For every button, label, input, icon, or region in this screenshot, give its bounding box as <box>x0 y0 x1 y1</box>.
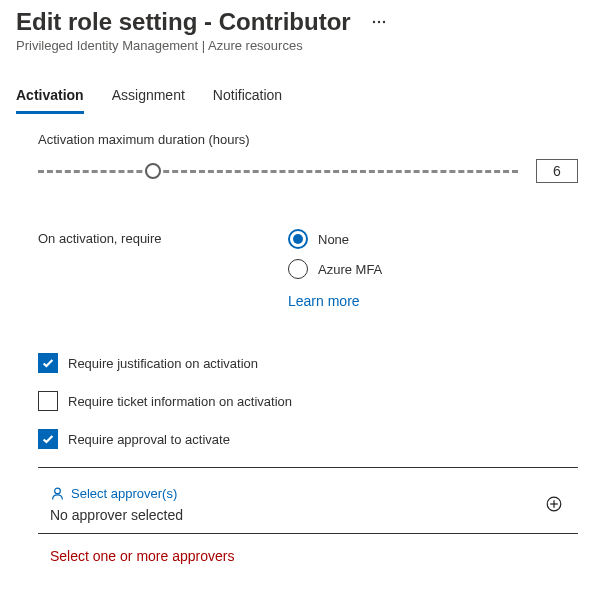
checkbox-require-justification[interactable] <box>38 353 58 373</box>
divider <box>38 533 578 534</box>
more-icon[interactable] <box>367 10 391 34</box>
tab-notification[interactable]: Notification <box>213 81 282 114</box>
tab-activation[interactable]: Activation <box>16 81 84 114</box>
tab-assignment[interactable]: Assignment <box>112 81 185 114</box>
page-title: Edit role setting - Contributor <box>16 8 351 36</box>
svg-point-2 <box>382 21 384 23</box>
select-approvers-label: Select approver(s) <box>71 486 177 501</box>
radio-icon-unselected <box>288 259 308 279</box>
radio-none-label: None <box>318 232 349 247</box>
svg-point-0 <box>372 21 374 23</box>
user-icon <box>50 486 65 501</box>
approver-section: Select approver(s) No approver selected <box>38 474 578 525</box>
duration-value-input[interactable]: 6 <box>536 159 578 183</box>
duration-label: Activation maximum duration (hours) <box>38 132 578 147</box>
radio-azure-mfa[interactable]: Azure MFA <box>288 259 382 279</box>
on-activation-require-label: On activation, require <box>38 229 258 246</box>
checkbox-require-justification-label[interactable]: Require justification on activation <box>68 356 258 371</box>
select-approvers-link[interactable]: Select approver(s) <box>50 486 183 501</box>
duration-slider[interactable] <box>38 163 518 179</box>
checkbox-require-ticket-label[interactable]: Require ticket information on activation <box>68 394 292 409</box>
svg-point-3 <box>55 488 61 494</box>
checkbox-require-ticket[interactable] <box>38 391 58 411</box>
approver-error-message: Select one or more approvers <box>50 548 578 564</box>
page-subtitle: Privileged Identity Management | Azure r… <box>16 38 600 53</box>
checkbox-require-approval[interactable] <box>38 429 58 449</box>
radio-none[interactable]: None <box>288 229 382 249</box>
slider-track <box>38 170 518 173</box>
divider <box>38 467 578 468</box>
tabs: Activation Assignment Notification <box>16 81 600 114</box>
add-approver-button[interactable] <box>542 492 566 516</box>
radio-azure-mfa-label: Azure MFA <box>318 262 382 277</box>
radio-icon-selected <box>288 229 308 249</box>
require-radio-group: None Azure MFA Learn more <box>288 229 382 309</box>
approver-selected-value: No approver selected <box>50 507 183 523</box>
checkbox-require-approval-label[interactable]: Require approval to activate <box>68 432 230 447</box>
slider-thumb[interactable] <box>145 163 161 179</box>
svg-point-1 <box>377 21 379 23</box>
learn-more-link[interactable]: Learn more <box>288 293 382 309</box>
